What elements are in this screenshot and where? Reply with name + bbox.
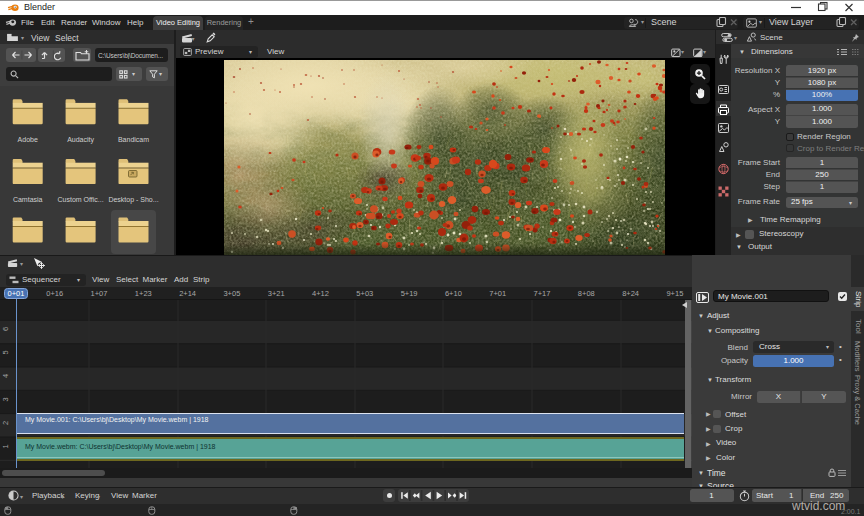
svg-text:2: 2 bbox=[1, 421, 10, 425]
svg-text:3: 3 bbox=[1, 397, 10, 401]
svg-text:5: 5 bbox=[1, 350, 10, 354]
svg-text:6: 6 bbox=[1, 327, 10, 331]
svg-text:1: 1 bbox=[1, 444, 10, 448]
svg-text:4: 4 bbox=[1, 374, 10, 378]
